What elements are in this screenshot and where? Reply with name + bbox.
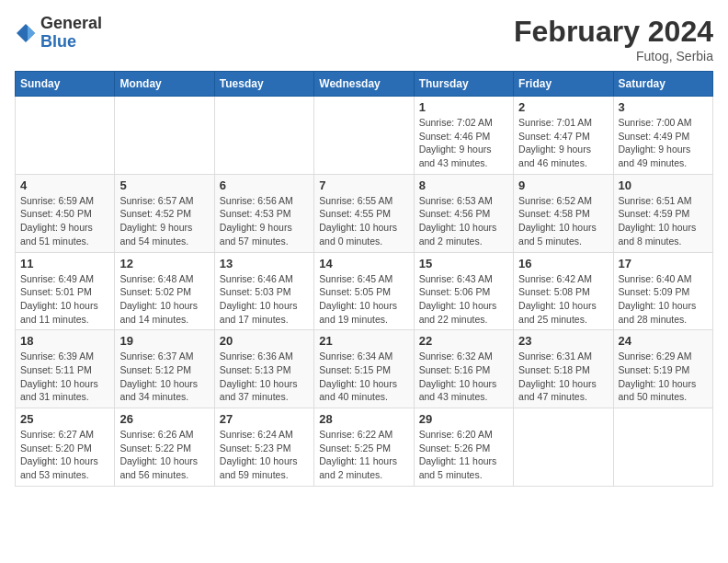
calendar-cell: 7Sunrise: 6:55 AM Sunset: 4:55 PM Daylig… — [314, 174, 414, 252]
day-number: 26 — [119, 412, 209, 426]
day-info: Sunrise: 6:56 AM Sunset: 4:53 PM Dayligh… — [220, 194, 309, 248]
day-info: Sunrise: 6:24 AM Sunset: 5:23 PM Dayligh… — [220, 428, 309, 482]
day-info: Sunrise: 7:02 AM Sunset: 4:46 PM Dayligh… — [419, 116, 508, 170]
day-number: 6 — [220, 178, 309, 192]
day-number: 9 — [518, 178, 608, 192]
day-info: Sunrise: 6:51 AM Sunset: 4:59 PM Dayligh… — [619, 194, 708, 248]
calendar-cell — [613, 408, 712, 487]
calendar-cell: 21Sunrise: 6:34 AM Sunset: 5:15 PM Dayli… — [314, 330, 414, 408]
day-info: Sunrise: 6:29 AM Sunset: 5:19 PM Dayligh… — [619, 350, 708, 404]
weekday-header: Friday — [514, 72, 613, 97]
day-number: 14 — [319, 257, 408, 270]
day-info: Sunrise: 6:59 AM Sunset: 4:50 PM Dayligh… — [20, 194, 109, 248]
day-info: Sunrise: 6:20 AM Sunset: 5:26 PM Dayligh… — [419, 428, 508, 482]
calendar-cell: 13Sunrise: 6:46 AM Sunset: 5:03 PM Dayli… — [214, 252, 313, 330]
weekday-header: Monday — [115, 72, 214, 97]
day-number: 27 — [220, 412, 309, 426]
day-number: 17 — [619, 257, 708, 270]
day-number: 2 — [518, 100, 608, 114]
weekday-header: Tuesday — [214, 72, 313, 97]
calendar-cell: 19Sunrise: 6:37 AM Sunset: 5:12 PM Dayli… — [115, 330, 214, 408]
day-number: 29 — [419, 412, 508, 426]
day-number: 15 — [419, 257, 508, 270]
logo: General Blue — [15, 15, 102, 52]
day-info: Sunrise: 7:00 AM Sunset: 4:49 PM Dayligh… — [619, 116, 708, 170]
day-number: 28 — [319, 412, 408, 426]
day-info: Sunrise: 6:43 AM Sunset: 5:06 PM Dayligh… — [419, 272, 508, 327]
calendar-cell — [514, 408, 613, 487]
day-info: Sunrise: 6:27 AM Sunset: 5:20 PM Dayligh… — [20, 428, 109, 482]
day-info: Sunrise: 6:40 AM Sunset: 5:09 PM Dayligh… — [619, 272, 708, 327]
calendar-week-row: 18Sunrise: 6:39 AM Sunset: 5:11 PM Dayli… — [16, 330, 713, 408]
day-number: 22 — [419, 334, 508, 348]
day-info: Sunrise: 6:32 AM Sunset: 5:16 PM Dayligh… — [419, 350, 508, 404]
calendar-cell: 10Sunrise: 6:51 AM Sunset: 4:59 PM Dayli… — [613, 174, 712, 252]
day-info: Sunrise: 6:45 AM Sunset: 5:05 PM Dayligh… — [319, 272, 408, 327]
logo-general: General — [40, 15, 102, 33]
day-info: Sunrise: 6:52 AM Sunset: 4:58 PM Dayligh… — [518, 194, 608, 248]
calendar-cell — [115, 97, 214, 175]
calendar-cell: 6Sunrise: 6:56 AM Sunset: 4:53 PM Daylig… — [214, 174, 313, 252]
day-number: 18 — [20, 334, 109, 348]
title-block: February 2024 Futog, Serbia — [514, 15, 713, 63]
calendar-cell: 4Sunrise: 6:59 AM Sunset: 4:50 PM Daylig… — [16, 174, 115, 252]
calendar-cell — [16, 97, 115, 175]
calendar-cell: 16Sunrise: 6:42 AM Sunset: 5:08 PM Dayli… — [514, 252, 613, 330]
calendar-cell: 25Sunrise: 6:27 AM Sunset: 5:20 PM Dayli… — [16, 408, 115, 487]
day-number: 19 — [119, 334, 209, 348]
day-number: 25 — [20, 412, 109, 426]
day-info: Sunrise: 6:37 AM Sunset: 5:12 PM Dayligh… — [119, 350, 209, 404]
calendar-cell: 15Sunrise: 6:43 AM Sunset: 5:06 PM Dayli… — [414, 252, 513, 330]
calendar-cell: 18Sunrise: 6:39 AM Sunset: 5:11 PM Dayli… — [16, 330, 115, 408]
calendar-cell: 2Sunrise: 7:01 AM Sunset: 4:47 PM Daylig… — [514, 97, 613, 175]
day-number: 13 — [220, 257, 309, 270]
logo-icon — [15, 22, 37, 44]
weekday-header: Wednesday — [314, 72, 414, 97]
day-number: 7 — [319, 178, 408, 192]
calendar-cell: 14Sunrise: 6:45 AM Sunset: 5:05 PM Dayli… — [314, 252, 414, 330]
day-info: Sunrise: 7:01 AM Sunset: 4:47 PM Dayligh… — [518, 116, 608, 170]
calendar-cell: 8Sunrise: 6:53 AM Sunset: 4:56 PM Daylig… — [414, 174, 513, 252]
day-number: 1 — [419, 100, 508, 114]
calendar-cell: 22Sunrise: 6:32 AM Sunset: 5:16 PM Dayli… — [414, 330, 513, 408]
day-info: Sunrise: 6:31 AM Sunset: 5:18 PM Dayligh… — [518, 350, 608, 404]
day-info: Sunrise: 6:36 AM Sunset: 5:13 PM Dayligh… — [220, 350, 309, 404]
day-number: 11 — [20, 257, 109, 270]
day-info: Sunrise: 6:42 AM Sunset: 5:08 PM Dayligh… — [518, 272, 608, 327]
day-number: 24 — [619, 334, 708, 348]
day-number: 16 — [518, 257, 608, 270]
day-info: Sunrise: 6:53 AM Sunset: 4:56 PM Dayligh… — [419, 194, 508, 248]
day-info: Sunrise: 6:46 AM Sunset: 5:03 PM Dayligh… — [220, 272, 309, 327]
calendar-cell: 12Sunrise: 6:48 AM Sunset: 5:02 PM Dayli… — [115, 252, 214, 330]
calendar-cell: 28Sunrise: 6:22 AM Sunset: 5:25 PM Dayli… — [314, 408, 414, 487]
calendar-cell: 26Sunrise: 6:26 AM Sunset: 5:22 PM Dayli… — [115, 408, 214, 487]
calendar-week-row: 11Sunrise: 6:49 AM Sunset: 5:01 PM Dayli… — [16, 252, 713, 330]
calendar-cell: 20Sunrise: 6:36 AM Sunset: 5:13 PM Dayli… — [214, 330, 313, 408]
day-info: Sunrise: 6:26 AM Sunset: 5:22 PM Dayligh… — [119, 428, 209, 482]
calendar-cell: 27Sunrise: 6:24 AM Sunset: 5:23 PM Dayli… — [214, 408, 313, 487]
calendar-cell: 23Sunrise: 6:31 AM Sunset: 5:18 PM Dayli… — [514, 330, 613, 408]
calendar-cell: 24Sunrise: 6:29 AM Sunset: 5:19 PM Dayli… — [613, 330, 712, 408]
day-info: Sunrise: 6:34 AM Sunset: 5:15 PM Dayligh… — [319, 350, 408, 404]
day-info: Sunrise: 6:49 AM Sunset: 5:01 PM Dayligh… — [20, 272, 109, 327]
svg-marker-1 — [28, 26, 35, 40]
weekday-header: Saturday — [613, 72, 712, 97]
calendar-week-row: 25Sunrise: 6:27 AM Sunset: 5:20 PM Dayli… — [16, 408, 713, 487]
calendar-cell: 9Sunrise: 6:52 AM Sunset: 4:58 PM Daylig… — [514, 174, 613, 252]
day-number: 21 — [319, 334, 408, 348]
calendar-week-row: 4Sunrise: 6:59 AM Sunset: 4:50 PM Daylig… — [16, 174, 713, 252]
calendar-cell — [214, 97, 313, 175]
weekday-header: Thursday — [414, 72, 513, 97]
calendar-cell — [314, 97, 414, 175]
calendar-cell: 17Sunrise: 6:40 AM Sunset: 5:09 PM Dayli… — [613, 252, 712, 330]
day-info: Sunrise: 6:39 AM Sunset: 5:11 PM Dayligh… — [20, 350, 109, 404]
day-number: 4 — [20, 178, 109, 192]
calendar-cell: 1Sunrise: 7:02 AM Sunset: 4:46 PM Daylig… — [414, 97, 513, 175]
calendar-week-row: 1Sunrise: 7:02 AM Sunset: 4:46 PM Daylig… — [16, 97, 713, 175]
calendar-cell: 11Sunrise: 6:49 AM Sunset: 5:01 PM Dayli… — [16, 252, 115, 330]
day-number: 5 — [119, 178, 209, 192]
day-number: 23 — [518, 334, 608, 348]
month-title: February 2024 — [514, 15, 713, 49]
day-info: Sunrise: 6:57 AM Sunset: 4:52 PM Dayligh… — [119, 194, 209, 248]
day-number: 3 — [619, 100, 708, 114]
